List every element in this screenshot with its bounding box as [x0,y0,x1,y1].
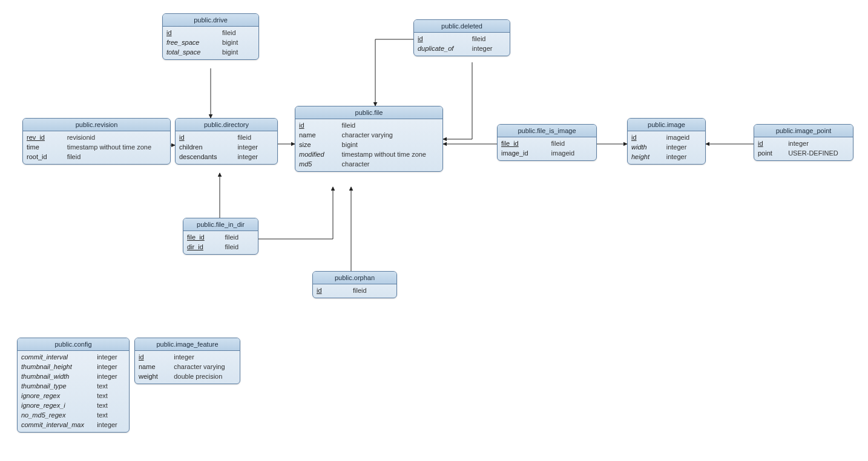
column-name: thumbnail_type [21,382,92,390]
column-type: character varying [342,131,439,139]
column-type: integer [174,353,236,361]
table-title: public.orphan [313,272,396,284]
table-file_is_image[interactable]: public.file_is_imagefile_idfileidimage_i… [497,124,597,161]
table-title: public.file [295,106,442,119]
column-name: descendants [179,153,232,160]
column-name: id [179,134,232,141]
table-revision[interactable]: public.revisionrev_idrevisionidtimetimes… [22,118,171,165]
table-body: idfileidchildrenintegerdescendantsintege… [176,131,277,164]
table-body: file_idfileiddir_idfileid [183,231,258,254]
column-name: root_id [27,153,62,160]
table-file_in_dir[interactable]: public.file_in_dirfile_idfileiddir_idfil… [183,218,258,255]
column-name: children [179,143,232,151]
table-body: idfileidfree_spacebiginttotal_spacebigin… [163,27,258,59]
table-body: idfileidduplicate_ofinteger [414,33,510,56]
column-name: commit_interval [21,353,92,361]
column-name: thumbnail_height [21,363,92,370]
column-name: ignore_regex [21,392,92,399]
connector-file_in_dir-to-file [258,187,333,239]
column-type: imageid [551,149,593,157]
column-name: id [418,35,467,42]
table-title: public.config [18,338,129,351]
column-type: text [97,411,125,419]
table-title: public.image [628,119,705,131]
table-deleted[interactable]: public.deletedidfileidduplicate_ofintege… [413,19,510,56]
column-name: id [299,122,337,129]
column-type: bigint [222,48,255,56]
column-type: fileid [225,243,254,250]
connector-deleted-left-to-file [375,39,413,106]
column-name: width [631,143,662,151]
column-type: double precision [174,373,236,380]
table-title: public.image_point [754,125,853,137]
table-title: public.drive [163,14,258,27]
column-type: fileid [551,140,593,147]
table-directory[interactable]: public.directoryidfileidchildrenintegerd… [175,118,278,165]
column-type: character [342,160,439,168]
column-name: dir_id [187,243,220,250]
column-name: id [758,140,783,147]
column-type: text [97,392,125,399]
column-name: size [299,141,337,148]
column-type: bigint [222,39,255,46]
table-body: file_idfileidimage_idimageid [498,137,596,160]
column-name: md5 [299,160,337,168]
table-body: idimageidwidthintegerheightinteger [628,131,705,164]
column-name: duplicate_of [418,45,467,52]
column-name: rev_id [27,134,62,141]
column-type: integer [97,363,125,370]
table-title: public.image_feature [135,338,240,351]
connector-deleted-bottom-to-file [443,62,472,139]
table-image[interactable]: public.imageidimageidwidthintegerheighti… [627,118,706,165]
table-body: idintegerpointUSER-DEFINED [754,137,853,160]
column-name: id [631,134,662,141]
column-name: commit_interval_max [21,421,92,428]
column-name: height [631,153,662,160]
column-name: file_id [187,234,220,241]
column-type: fileid [225,234,254,241]
column-name: total_space [166,48,217,56]
table-drive[interactable]: public.driveidfileidfree_spacebiginttota… [162,13,259,60]
column-type: fileid [342,122,439,129]
table-title: public.deleted [414,20,510,33]
table-body: idfileidnamecharacter varyingsizebigintm… [295,119,442,171]
column-name: no_md5_regex [21,411,92,419]
column-name: thumbnail_width [21,373,92,380]
column-name: weight [139,373,169,380]
column-type: revisionid [67,134,166,141]
table-body: idfileid [313,284,396,298]
column-name: modified [299,151,337,158]
connectors-layer [0,0,868,461]
column-type: timestamp without time zone [67,143,166,151]
table-title: public.file_is_image [498,125,596,137]
column-type: text [97,402,125,409]
column-name: file_id [501,140,547,147]
table-title: public.directory [176,119,277,131]
table-image_feature[interactable]: public.image_featureidintegernamecharact… [134,338,240,384]
column-name: image_id [501,149,547,157]
table-title: public.file_in_dir [183,218,258,231]
table-title: public.revision [23,119,170,131]
table-body: commit_intervalintegerthumbnail_heightin… [18,351,129,432]
column-name: time [27,143,62,151]
column-type: integer [472,45,506,52]
column-type: integer [97,373,125,380]
column-type: integer [97,353,125,361]
column-name: ignore_regex_i [21,402,92,409]
column-type: fileid [353,287,393,294]
column-type: integer [237,153,274,160]
column-type: integer [666,153,702,160]
table-image_point[interactable]: public.image_pointidintegerpointUSER-DEF… [754,124,853,161]
column-type: imageid [666,134,702,141]
er-diagram-canvas: { "tables": { "drive": { "title": "publi… [0,0,868,461]
column-type: timestamp without time zone [342,151,439,158]
table-file[interactable]: public.fileidfileidnamecharacter varying… [295,106,443,172]
table-body: idintegernamecharacter varyingweightdoub… [135,351,240,384]
table-config[interactable]: public.configcommit_intervalintegerthumb… [17,338,130,433]
column-type: USER-DEFINED [788,149,849,157]
column-type: integer [97,421,125,428]
column-name: name [299,131,337,139]
table-orphan[interactable]: public.orphanidfileid [312,271,397,298]
column-type: integer [237,143,274,151]
column-type: text [97,382,125,390]
